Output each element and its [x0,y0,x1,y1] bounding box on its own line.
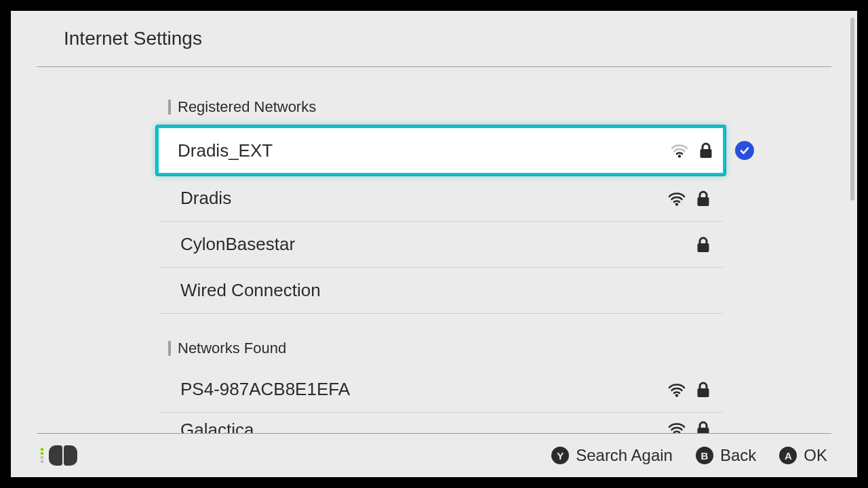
scrollbar-thumb[interactable] [850,18,854,201]
section-tick-icon [168,100,171,115]
header: Internet Settings [37,11,831,66]
svg-rect-4 [698,243,709,252]
lock-icon [696,380,711,399]
network-ssid: PS4-987ACB8E1EFA [180,379,350,400]
network-ssid: Dradis_EXT [178,140,273,161]
action-label: Search Again [576,446,673,465]
section-label-found: Networks Found [159,340,723,357]
wifi-signal-strong-icon [667,380,686,399]
network-ssid: Dradis [180,188,231,209]
network-row-dradis-ext[interactable]: Dradis_EXT [156,125,726,176]
lock-icon [696,235,711,254]
lock-icon [696,189,711,208]
svg-rect-8 [698,428,709,433]
action-label: OK [804,446,827,465]
section-label-registered: Registered Networks [159,98,723,116]
svg-point-2 [675,203,678,205]
network-ssid: Galactica [180,420,254,433]
svg-point-0 [678,155,681,157]
network-ssid: CylonBasestar [180,234,295,255]
svg-rect-6 [698,388,709,397]
network-row-galactica[interactable]: Galactica [159,413,723,433]
y-button-icon: Y [551,447,569,464]
network-row-ps4[interactable]: PS4-987ACB8E1EFA [159,367,723,413]
section-label-text: Networks Found [178,340,286,357]
network-row-cylonbasestar[interactable]: CylonBasestar [159,222,723,268]
network-ssid: Wired Connection [180,280,321,301]
scrollbar[interactable] [850,18,854,470]
a-button-icon: A [779,447,797,464]
wifi-signal-weak-icon [670,141,689,160]
section-label-text: Registered Networks [178,98,316,116]
controller-status-icon [41,445,79,466]
svg-rect-3 [698,197,709,206]
connected-check-icon [735,141,754,160]
network-list-scroll[interactable]: Registered Networks Dradis_EXT Dradis [37,67,831,433]
b-button-icon: B [696,447,713,464]
lock-icon [696,420,711,433]
section-tick-icon [168,341,171,356]
lock-icon [698,141,713,160]
wifi-signal-strong-icon [667,420,686,433]
wifi-signal-strong-icon [667,189,686,208]
action-search-again[interactable]: Y Search Again [551,446,673,465]
svg-rect-1 [701,149,712,158]
action-ok[interactable]: A OK [779,446,827,465]
network-row-wired[interactable]: Wired Connection [159,268,723,314]
action-label: Back [720,446,756,465]
svg-point-5 [675,394,678,396]
action-back[interactable]: B Back [696,446,756,465]
page-title: Internet Settings [64,28,202,49]
network-row-dradis[interactable]: Dradis [159,176,723,222]
footer: Y Search Again B Back A OK [11,434,857,477]
